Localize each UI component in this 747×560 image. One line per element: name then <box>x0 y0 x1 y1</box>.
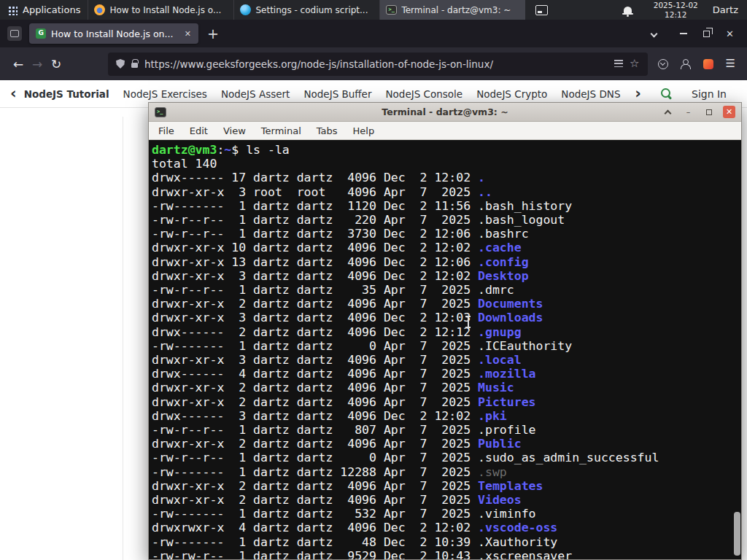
menu-file[interactable]: File <box>158 125 174 136</box>
bookmark-star-icon[interactable]: ☆ <box>630 58 639 69</box>
clock-time: 12:12 <box>665 10 686 20</box>
browser-tab-active[interactable]: How to Install Node.js on... ✕ <box>29 23 198 44</box>
reader-mode-icon[interactable] <box>614 60 623 68</box>
browser-close-button[interactable]: ✕ <box>726 29 734 39</box>
terminal-window-title: Terminal - dartz@vm3: ~ <box>149 106 741 117</box>
browser-window-controls: ✕ <box>680 29 734 39</box>
new-tab-button[interactable]: + <box>207 27 219 41</box>
applications-menu-button[interactable]: Applications <box>0 0 88 20</box>
nav-scroll-right-chevron[interactable]: › <box>635 86 641 101</box>
menu-help[interactable]: Help <box>353 125 375 136</box>
site-nav-item-tutorial[interactable]: NodeJS Tutorial <box>24 88 109 100</box>
navigation-toolbar: ← → ↻ https://www.geeksforgeeks.org/node… <box>0 47 747 80</box>
tracking-protection-shield-icon[interactable] <box>116 59 125 69</box>
nav-scroll-left-chevron[interactable]: ‹ <box>10 86 17 101</box>
site-nav-items: NodeJS Tutorial NodeJS Exercises NodeJS … <box>24 88 630 100</box>
geeksforgeeks-favicon <box>36 28 46 39</box>
url-input[interactable]: https://www.geeksforgeeks.org/node-js/in… <box>144 58 608 70</box>
terminal-close-button[interactable]: ✕ <box>723 106 735 118</box>
account-icon[interactable] <box>681 59 691 69</box>
terminal-scrollbar-thumb[interactable] <box>734 512 740 556</box>
terminal-shade-button[interactable] <box>662 106 674 118</box>
back-button[interactable]: ← <box>9 57 28 71</box>
notification-bell-icon[interactable] <box>624 7 632 14</box>
terminal-window: Terminal - dartz@vm3: ~ – ✕ File Edit Vi… <box>148 102 742 560</box>
firefox-view-button[interactable] <box>7 26 22 41</box>
top-panel: Applications How to Install Node.js o...… <box>0 0 747 20</box>
forward-button[interactable]: → <box>28 57 47 71</box>
terminal-maximize-button[interactable] <box>703 106 715 118</box>
tray-terminal-icon[interactable] <box>535 5 548 15</box>
app-menu-icon[interactable]: ☰ <box>726 58 735 69</box>
terminal-output[interactable]: dartz@vm3:~$ ls -la total 140 drwx------… <box>149 141 741 559</box>
taskbar-button-terminal[interactable]: Terminal - dartz@vm3: ~ <box>379 0 525 20</box>
menu-tabs[interactable]: Tabs <box>317 125 338 136</box>
pocket-icon[interactable] <box>658 59 668 69</box>
menu-terminal[interactable]: Terminal <box>261 125 301 136</box>
mouse-cursor-ibeam <box>465 316 471 328</box>
taskbar-button-codium[interactable]: Settings - codium script... <box>233 0 379 20</box>
taskbar-button-firefox[interactable]: How to Install Node.js o... <box>88 0 233 20</box>
extension-icon[interactable] <box>703 59 713 69</box>
codium-icon <box>240 4 251 15</box>
site-nav-item-buffer[interactable]: NodeJS Buffer <box>303 88 371 100</box>
site-nav-item-console[interactable]: NodeJS Console <box>385 88 462 100</box>
browser-minimize-button[interactable] <box>680 33 687 34</box>
tab-close-button[interactable]: ✕ <box>184 29 192 39</box>
clock-date: 2025-12-02 <box>654 1 698 10</box>
terminal-screen[interactable]: dartz@vm3:~$ ls -la total 140 drwx------… <box>149 141 741 559</box>
maximize-icon <box>706 109 712 115</box>
list-all-tabs-chevron-icon[interactable] <box>651 30 658 37</box>
tab-title: How to Install Node.js on... <box>51 28 179 39</box>
reload-button[interactable]: ↻ <box>47 57 66 71</box>
menu-edit[interactable]: Edit <box>190 125 208 136</box>
terminal-minimize-button[interactable]: – <box>682 106 694 118</box>
https-lock-icon[interactable] <box>131 63 138 68</box>
chevron-up-icon <box>665 110 672 117</box>
firefox-icon <box>94 4 105 15</box>
sign-in-button[interactable]: Sign In <box>692 88 727 100</box>
tab-bar: How to Install Node.js on... ✕ + ✕ <box>0 20 747 47</box>
site-nav-item-crypto[interactable]: NodeJS Crypto <box>476 88 547 100</box>
terminal-titlebar[interactable]: Terminal - dartz@vm3: ~ – ✕ <box>149 103 741 122</box>
applications-menu-icon <box>7 5 18 15</box>
search-icon[interactable] <box>660 88 673 100</box>
user-menu-button[interactable]: Dartz <box>713 4 738 15</box>
sidebar-divider <box>123 117 123 560</box>
panel-clock[interactable]: 2025-12-02 12:12 <box>654 1 698 19</box>
site-nav-item-dns[interactable]: NodeJS DNS <box>561 88 620 100</box>
menu-view[interactable]: View <box>223 125 246 136</box>
system-tray: 2025-12-02 12:12 Dartz <box>535 1 747 19</box>
toolbar-right-icons: ☰ <box>658 58 738 69</box>
terminal-menubar: File Edit View Terminal Tabs Help <box>149 122 741 140</box>
site-nav-item-assert[interactable]: NodeJS Assert <box>221 88 290 100</box>
site-nav-item-exercises[interactable]: NodeJS Exercises <box>123 88 207 100</box>
terminal-icon <box>386 5 397 15</box>
applications-menu-label: Applications <box>23 4 80 15</box>
url-bar[interactable]: https://www.geeksforgeeks.org/node-js/in… <box>108 52 648 76</box>
terminal-window-icon[interactable] <box>155 107 166 117</box>
browser-restore-button[interactable] <box>703 31 710 37</box>
